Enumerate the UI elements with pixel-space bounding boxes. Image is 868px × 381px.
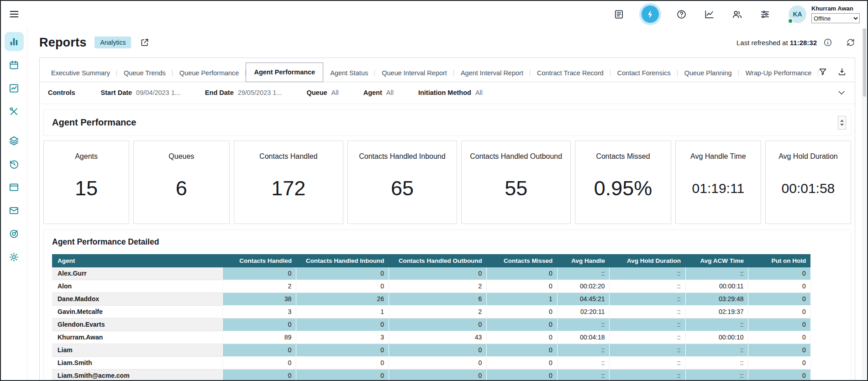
table-row: Liam0000::::::0 <box>52 344 810 356</box>
col-header-avg-handle[interactable]: Avg Handle <box>557 254 610 267</box>
tab-agent-status[interactable]: Agent Status <box>323 65 375 82</box>
chevron-down-icon[interactable] <box>836 88 847 98</box>
scrollbar-thumb[interactable] <box>863 28 866 97</box>
tab-queue-interval-report[interactable]: Queue Interval Report <box>375 65 454 82</box>
value-cell: 0 <box>389 318 487 331</box>
download-icon[interactable] <box>837 67 847 76</box>
tab-agent-interval-report[interactable]: Agent Interval Report <box>454 65 530 82</box>
sliders-icon[interactable] <box>760 9 770 20</box>
users-icon[interactable] <box>732 9 742 20</box>
value-cell: :: <box>557 344 610 356</box>
vertical-scrollbar[interactable] <box>862 28 866 379</box>
last-refreshed-time: 11:28:32 <box>790 39 817 47</box>
col-header-contacts-handled-inbound[interactable]: Contacts Handled Inbound <box>296 254 389 267</box>
col-header-agent[interactable]: Agent <box>52 254 223 267</box>
value-cell: 03:29:48 <box>685 292 748 305</box>
agent-name-cell: Glendon.Evarts <box>52 318 223 331</box>
sidebar-item-history[interactable] <box>5 154 24 173</box>
last-refreshed-text: Last refreshed at 11:28:32 <box>736 39 817 47</box>
value-cell: 89 <box>223 331 296 344</box>
agent-name-cell: Gavin.Metcalfe <box>52 305 223 318</box>
value-cell: 0 <box>223 344 296 356</box>
lightning-icon[interactable] <box>642 5 659 23</box>
tab-contact-forensics[interactable]: Contact Forensics <box>610 65 678 82</box>
section-title: Agent Performance <box>52 117 838 128</box>
value-cell: 0 <box>389 344 487 356</box>
stepper-down-icon[interactable] <box>840 124 844 126</box>
sidebar-item-bar-chart[interactable] <box>5 32 24 51</box>
filter-label: End Date <box>205 89 234 96</box>
section-scroll-stepper[interactable] <box>838 116 846 130</box>
col-header-contacts-handled-outbound[interactable]: Contacts Handled Outbound <box>389 254 487 267</box>
filter-value: All <box>386 89 394 96</box>
kpi-label: Avg Hold Duration <box>779 152 838 161</box>
tab-queue-performance[interactable]: Queue Performance <box>173 65 246 82</box>
col-header-contacts-handled[interactable]: Contacts Handled <box>223 254 296 267</box>
value-cell: 2 <box>389 305 487 318</box>
value-cell: :: <box>685 344 748 356</box>
sidebar-item-mail[interactable] <box>5 201 24 220</box>
value-cell: 1 <box>296 305 389 318</box>
section-title-box: Agent Performance <box>43 110 851 136</box>
col-header-put-on-hold[interactable]: Put on Hold <box>748 254 810 267</box>
sidebar-item-doughnut-chart[interactable] <box>5 224 24 243</box>
kpi-card-contacts-handled-outbound: Contacts Handled Outbound55 <box>461 141 571 224</box>
sidebar-item-tools[interactable] <box>5 102 24 121</box>
tab-queue-trends[interactable]: Queue Trends <box>117 65 173 82</box>
value-cell: 0 <box>389 369 487 381</box>
status-select[interactable]: Offline <box>811 13 860 23</box>
table-row: Liam.Smith0000::::::0 <box>52 356 810 369</box>
tabs-bar: Executive SummaryQueue TrendsQueue Perfo… <box>40 58 855 82</box>
filter-end-date[interactable]: End Date29/05/2023 1... <box>205 89 282 96</box>
value-cell: 00:00:10 <box>685 331 748 344</box>
value-cell: :: <box>685 369 748 381</box>
filter-queue[interactable]: QueueAll <box>306 89 338 96</box>
topbar-right: KA Khurram Awan Offline <box>614 5 860 23</box>
info-icon[interactable] <box>823 38 832 47</box>
value-cell: 0 <box>296 369 389 381</box>
hamburger-menu-icon[interactable] <box>7 7 21 21</box>
value-cell: 0 <box>487 356 557 369</box>
filter-agent[interactable]: AgentAll <box>363 89 394 96</box>
tab-queue-planning[interactable]: Queue Planning <box>678 65 739 82</box>
value-cell: 00:00:11 <box>685 280 748 292</box>
controls-bar: Controls Start Date09/04/2023 1...End Da… <box>40 82 855 104</box>
sidebar-item-calendar[interactable] <box>5 55 24 74</box>
sidebar-item-window[interactable] <box>5 177 24 197</box>
value-cell: 3 <box>296 331 389 344</box>
value-cell: :: <box>685 318 748 331</box>
tab-executive-summary[interactable]: Executive Summary <box>44 65 117 82</box>
sidebar-item-gear[interactable] <box>5 247 24 266</box>
col-header-avg-acw-time[interactable]: Avg ACW Time <box>685 254 748 267</box>
filter-icon[interactable] <box>818 67 827 76</box>
table-row: Dane.Maddox38266104:45:21::03:29:480 <box>52 292 810 305</box>
topbar-icon-row <box>614 5 770 23</box>
kpi-value: 00:01:58 <box>782 161 835 224</box>
trend-chart-icon[interactable] <box>704 9 715 20</box>
sidebar-item-line-chart[interactable] <box>5 78 24 98</box>
value-cell: 0 <box>748 292 810 305</box>
col-header-contacts-missed[interactable]: Contacts Missed <box>487 254 557 267</box>
stepper-up-icon[interactable] <box>840 120 844 122</box>
external-link-icon[interactable] <box>140 38 149 47</box>
analytics-badge: Analytics <box>95 37 131 48</box>
filter-value: 29/05/2023 1... <box>238 89 282 96</box>
tasklist-icon[interactable] <box>614 9 624 20</box>
kpi-value: 172 <box>271 161 305 224</box>
value-cell: 0 <box>748 344 810 356</box>
avatar[interactable]: KA <box>789 5 806 23</box>
filter-start-date[interactable]: Start Date09/04/2023 1... <box>101 89 180 96</box>
filter-label: Queue <box>306 89 327 96</box>
tab-contract-trace-record[interactable]: Contract Trace Record <box>530 65 610 82</box>
help-icon[interactable] <box>676 9 687 20</box>
detail-title: Agent Performance Detailed <box>52 237 842 247</box>
tab-wrap-up-performance[interactable]: Wrap-Up Performance <box>739 65 819 82</box>
sidebar-item-layers[interactable] <box>5 131 24 150</box>
filter-initiation-method[interactable]: Initiation MethodAll <box>418 89 483 96</box>
table-row: Khurram.Awan89343000:04:18::00:00:100 <box>52 331 810 344</box>
refresh-icon[interactable] <box>846 38 855 47</box>
tab-agent-performance[interactable]: Agent Performance <box>246 63 323 82</box>
col-header-avg-hold-duration[interactable]: Avg Hold Duration <box>610 254 685 267</box>
table-row: Liam.Smith@acme.com0000::::::0 <box>52 369 810 381</box>
value-cell: 0 <box>223 318 296 331</box>
